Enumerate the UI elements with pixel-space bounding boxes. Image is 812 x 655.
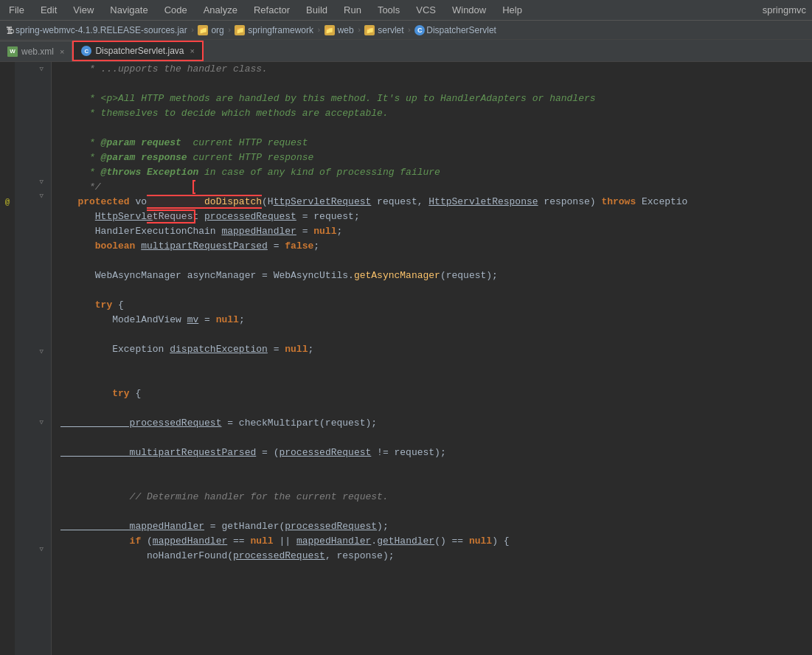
code-text-34a: noHandlerFound( bbox=[60, 549, 233, 564]
code-line-33: if (mappedHandler == null || mappedHandl… bbox=[52, 534, 812, 549]
gutter-line-22 bbox=[15, 358, 46, 372]
gutter-line-8 bbox=[15, 161, 46, 175]
code-blank-14 bbox=[52, 254, 812, 268]
code-text-6c bbox=[141, 165, 147, 180]
breadcrumb-dispatcherservlet[interactable]: C DispatcherServlet bbox=[414, 25, 496, 35]
gutter-line-1: ▽ bbox=[15, 62, 46, 76]
code-text-33g: ) { bbox=[492, 534, 509, 549]
code-text-23: { bbox=[130, 387, 142, 401]
folder-icon-web: 📁 bbox=[325, 25, 335, 35]
menu-view[interactable]: View bbox=[70, 3, 97, 17]
gutter-line-19 bbox=[15, 316, 46, 330]
line-number-gutter: ▽ ▽ ▽ ▽ ▽ bbox=[15, 62, 52, 655]
menu-refactor[interactable]: Refactor bbox=[251, 3, 293, 17]
annotation-line-6 bbox=[0, 136, 15, 150]
annotation-line-12 bbox=[0, 224, 15, 239]
fold-icon-5[interactable]: ▽ bbox=[40, 418, 44, 426]
code-text-6a: * bbox=[60, 165, 101, 180]
code-text-5b: @param bbox=[101, 150, 136, 165]
menu-help[interactable]: Help bbox=[499, 3, 525, 17]
menu-window[interactable]: Window bbox=[449, 3, 489, 17]
fold-icon-4[interactable]: ▽ bbox=[40, 347, 44, 356]
gutter-line-40 bbox=[15, 612, 46, 626]
fold-icon-1[interactable]: ▽ bbox=[40, 65, 44, 73]
code-text-4e: current HTTP request bbox=[181, 136, 308, 150]
breadcrumb-org[interactable]: 📁 org bbox=[198, 25, 223, 35]
breadcrumb-sep-1: › bbox=[190, 26, 195, 35]
project-name: springmvc bbox=[763, 4, 806, 15]
code-text-27d: != request); bbox=[371, 446, 445, 460]
gutter-line-29 bbox=[15, 457, 46, 471]
fold-icon-2[interactable]: ▽ bbox=[40, 178, 44, 186]
folder-icon-springframework: 📁 bbox=[235, 25, 245, 35]
code-text-32d: ); bbox=[377, 519, 389, 534]
code-text-32a: mappedHandler bbox=[60, 519, 204, 534]
gutter-line-4 bbox=[15, 104, 46, 118]
code-text-2: * <p>All HTTP methods are handled by thi… bbox=[60, 91, 532, 106]
gutter-line-27 bbox=[15, 429, 46, 443]
gutter-line-31 bbox=[15, 485, 46, 499]
code-text-18b: ; bbox=[239, 313, 245, 328]
code-blank-28 bbox=[52, 460, 812, 475]
breadcrumb-web[interactable]: 📁 web bbox=[325, 25, 354, 35]
class-icon-dispatcher: C bbox=[414, 25, 425, 35]
gutter-line-21: ▽ bbox=[15, 344, 46, 358]
code-text-4b: @param bbox=[101, 136, 136, 150]
code-text-3: * themselves to decide which methods are… bbox=[60, 106, 389, 121]
code-text-12b: ; bbox=[336, 224, 342, 239]
code-text-33b: mappedHandler bbox=[153, 534, 227, 549]
code-text-27a: multipartRequestParsed bbox=[60, 446, 256, 460]
code-kw-protected: protected bbox=[60, 195, 130, 209]
gutter-line-18 bbox=[15, 302, 46, 316]
gutter-line-32 bbox=[15, 499, 46, 513]
gutter-line-15 bbox=[15, 260, 46, 274]
code-kw-throws: throws bbox=[601, 195, 636, 209]
menu-navigate[interactable]: Navigate bbox=[107, 3, 150, 17]
code-text-27b: = ( bbox=[256, 446, 279, 460]
fold-icon-3[interactable]: ▽ bbox=[40, 192, 44, 200]
gutter-line-39 bbox=[15, 598, 46, 612]
menu-vcs[interactable]: VCS bbox=[413, 3, 439, 17]
menu-bar: File Edit View Navigate Code Analyze Ref… bbox=[0, 0, 812, 21]
code-text-17: { bbox=[112, 298, 124, 313]
breadcrumb-sep-2: › bbox=[227, 26, 232, 35]
code-null-12: null bbox=[313, 224, 336, 239]
gutter-line-36 bbox=[15, 556, 46, 570]
code-text-13a: multipartRequestParsed = bbox=[135, 239, 285, 254]
highlight-doDispatch: doDispatch bbox=[147, 180, 262, 223]
menu-edit[interactable]: Edit bbox=[38, 3, 60, 17]
breadcrumb-sep-3: › bbox=[316, 26, 322, 35]
menu-run[interactable]: Run bbox=[341, 3, 364, 17]
gutter-line-34 bbox=[15, 528, 46, 542]
menu-analyze[interactable]: Analyze bbox=[201, 3, 240, 17]
code-blank-19 bbox=[52, 328, 812, 342]
tab-dispatcher-servlet[interactable]: C DispatcherServlet.java × bbox=[72, 41, 204, 61]
code-null-33b: null bbox=[469, 534, 492, 549]
code-text-34c: , response); bbox=[325, 549, 395, 564]
code-kw-boolean: boolean bbox=[60, 239, 135, 254]
tab-web-xml[interactable]: W web.xml × bbox=[0, 41, 72, 61]
breadcrumb-springframework[interactable]: 📁 springframework bbox=[235, 25, 313, 35]
fold-icon-6[interactable]: ▽ bbox=[40, 545, 44, 553]
menu-tools[interactable]: Tools bbox=[375, 3, 403, 17]
code-line-2: * <p>All HTTP methods are handled by thi… bbox=[52, 91, 812, 106]
tab-close-web-xml[interactable]: × bbox=[60, 47, 64, 56]
code-line-34: noHandlerFound(processedRequest, respons… bbox=[52, 549, 812, 564]
menu-build[interactable]: Build bbox=[303, 3, 330, 17]
code-text-5d: response bbox=[141, 150, 187, 165]
code-line-method-def: protected vo doDispatch (HttpServletRequ… bbox=[52, 195, 812, 209]
breadcrumb-servlet[interactable]: 📁 servlet bbox=[364, 25, 403, 35]
code-kw-try1: try bbox=[60, 298, 112, 313]
menu-file[interactable]: File bbox=[6, 3, 27, 17]
breadcrumb-jar[interactable]: 🗜 spring-webmvc-4.1.9.RELEASE-sources.ja… bbox=[6, 25, 187, 35]
annotation-line-9 bbox=[0, 180, 15, 195]
code-blank-31 bbox=[52, 505, 812, 519]
code-line-3: * themselves to decide which methods are… bbox=[52, 106, 812, 121]
tab-close-dispatcher-servlet[interactable]: × bbox=[190, 46, 195, 55]
code-text-1: * ...upports the handler class. bbox=[60, 62, 268, 77]
gutter-line-26: ▽ bbox=[15, 415, 46, 429]
menu-code[interactable]: Code bbox=[162, 3, 190, 17]
code-editor[interactable]: * ...upports the handler class. * <p>All… bbox=[52, 62, 812, 655]
code-blank-16 bbox=[52, 283, 812, 298]
code-text-5a: * bbox=[60, 150, 101, 165]
